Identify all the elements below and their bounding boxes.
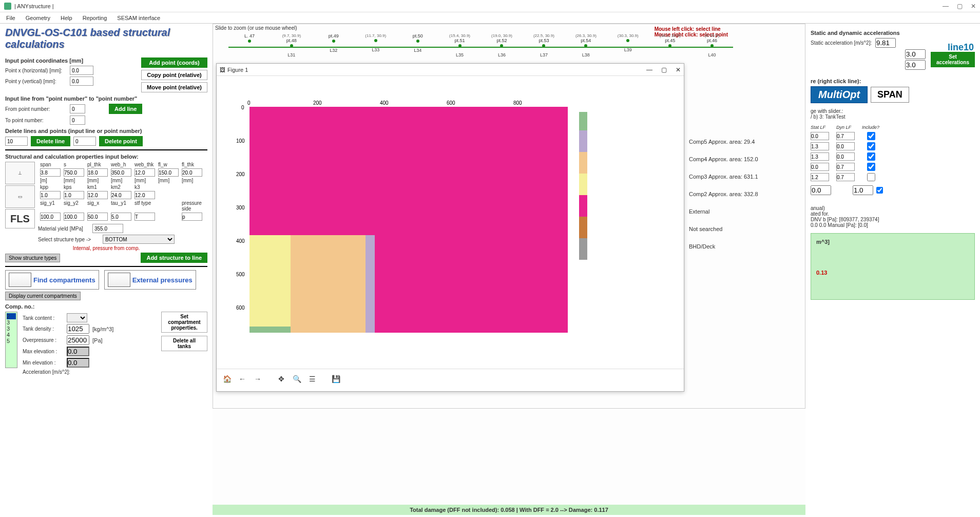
accel-label: Acceleration [m/s^2]: bbox=[23, 369, 84, 375]
dynlf-4[interactable] bbox=[836, 173, 855, 181]
delete-point-button[interactable]: Delete point bbox=[99, 136, 143, 146]
config-icon[interactable]: ☰ bbox=[306, 373, 318, 385]
k3-input[interactable] bbox=[134, 191, 155, 199]
include-1[interactable] bbox=[862, 142, 880, 150]
statlf-1[interactable] bbox=[811, 142, 829, 150]
show-struct-button[interactable]: Show structure types bbox=[5, 254, 60, 262]
sigy2-input[interactable] bbox=[64, 213, 84, 221]
statlf-0[interactable] bbox=[811, 132, 829, 140]
from-input[interactable] bbox=[70, 104, 85, 113]
add-struct-button[interactable]: Add structure to line bbox=[141, 253, 207, 263]
menu-geometry[interactable]: Geometry bbox=[22, 14, 54, 22]
include-3[interactable] bbox=[862, 163, 880, 171]
figure-maximize-button[interactable]: ▢ bbox=[661, 66, 667, 73]
menu-help[interactable]: Help bbox=[56, 14, 76, 22]
drawing-timeline[interactable]: L. 47 (9.7, 30.9)pt.48L31 pt.49L32 (11.7… bbox=[228, 33, 733, 54]
sigx-input[interactable] bbox=[87, 213, 108, 221]
include-4[interactable] bbox=[862, 173, 880, 181]
py-input[interactable] bbox=[70, 76, 93, 86]
back-icon[interactable]: ← bbox=[236, 373, 248, 385]
maximize-button[interactable]: ▢ bbox=[957, 3, 963, 10]
km2-input[interactable] bbox=[111, 191, 131, 199]
dyn-accel-2[interactable] bbox=[905, 60, 926, 70]
close-button[interactable]: ✕ bbox=[971, 3, 976, 10]
comp-item[interactable]: 2 bbox=[7, 313, 16, 319]
menu-sesam[interactable]: SESAM interface bbox=[113, 14, 164, 22]
menu-file[interactable]: File bbox=[2, 14, 20, 22]
comp-item[interactable]: 4 bbox=[7, 332, 16, 338]
webthk-input[interactable] bbox=[134, 168, 155, 177]
dynlf-2[interactable] bbox=[836, 152, 855, 161]
figure-icon: 🖼 bbox=[220, 67, 225, 73]
set-accel-button[interactable]: Set accelerations bbox=[931, 52, 975, 67]
comp-list[interactable]: 2 3 3 4 5 bbox=[5, 312, 17, 368]
delete-tanks-button[interactable]: Delete all tanks bbox=[161, 336, 207, 351]
dynlf-0[interactable] bbox=[836, 132, 855, 140]
include-0[interactable] bbox=[862, 132, 880, 140]
extra-stat[interactable] bbox=[811, 185, 831, 195]
statlf-2[interactable] bbox=[811, 152, 829, 161]
sigy1-input[interactable] bbox=[40, 213, 61, 221]
flw-input[interactable] bbox=[158, 168, 179, 177]
delete-line-button[interactable]: Delete line bbox=[31, 136, 70, 146]
overpressure-input[interactable] bbox=[67, 335, 89, 345]
flthk-input[interactable] bbox=[182, 168, 202, 177]
set-comp-props-button[interactable]: Set compartment properties. bbox=[161, 312, 207, 333]
kpp-input[interactable] bbox=[40, 191, 61, 199]
comp-item[interactable]: 3 bbox=[7, 325, 16, 332]
statlf-3[interactable] bbox=[811, 163, 829, 171]
zoom-icon[interactable]: 🔍 bbox=[291, 373, 303, 385]
multiopt-button[interactable]: MultiOpt bbox=[811, 86, 868, 103]
webh-input[interactable] bbox=[111, 168, 131, 177]
hdr-stftype: stf type bbox=[134, 200, 156, 212]
external-pressures-button[interactable]: External pressures bbox=[104, 270, 196, 290]
add-line-button[interactable]: Add line bbox=[109, 104, 142, 114]
extra-include[interactable] bbox=[876, 187, 883, 194]
add-point-button[interactable]: Add point (coords) bbox=[141, 58, 207, 68]
tank-density-input[interactable] bbox=[67, 324, 89, 334]
dynlf-1[interactable] bbox=[836, 142, 855, 150]
comp-item[interactable]: 5 bbox=[7, 338, 16, 344]
dyn-accel-1[interactable] bbox=[905, 49, 926, 59]
include-2[interactable] bbox=[862, 152, 880, 161]
compartment-plot[interactable]: 0 200 400 600 800 0 100 200 300 400 500 … bbox=[217, 76, 684, 369]
move-point-button[interactable]: Move point (relative) bbox=[141, 82, 207, 92]
struct-type-select[interactable]: BOTTOM bbox=[103, 235, 175, 244]
comp-item[interactable]: 3 bbox=[7, 319, 16, 325]
plthk-input[interactable] bbox=[87, 168, 108, 177]
stftype-input[interactable] bbox=[134, 213, 155, 221]
statlf-4[interactable] bbox=[811, 173, 829, 181]
py-label: Point y (vertical) [mm]: bbox=[5, 79, 67, 84]
tauy1-input[interactable] bbox=[111, 213, 131, 221]
section-icon-1: ⊥ bbox=[5, 162, 35, 184]
pan-icon[interactable]: ✥ bbox=[275, 373, 287, 385]
figure-close-button[interactable]: ✕ bbox=[676, 66, 681, 73]
extra-dyn[interactable] bbox=[853, 185, 873, 195]
static-accel-input[interactable] bbox=[875, 38, 896, 48]
dynlf-3[interactable] bbox=[836, 163, 855, 171]
legend-label: Not searched bbox=[689, 226, 722, 232]
figure-minimize-button[interactable]: — bbox=[646, 66, 652, 73]
tank-content-select[interactable] bbox=[67, 313, 87, 322]
pside-input[interactable] bbox=[182, 213, 202, 221]
to-input[interactable] bbox=[70, 116, 85, 125]
display-comp-button[interactable]: Display current compartments bbox=[5, 292, 81, 300]
km1-input[interactable] bbox=[87, 191, 108, 199]
save-icon[interactable]: 💾 bbox=[330, 373, 342, 385]
span-button[interactable]: SPAN bbox=[871, 87, 909, 103]
copy-point-button[interactable]: Copy point (relative) bbox=[141, 70, 207, 80]
line-input-label: Input line from "point number" to "point… bbox=[5, 95, 207, 102]
delete-line-input[interactable] bbox=[5, 137, 28, 146]
forward-icon[interactable]: → bbox=[252, 373, 264, 385]
find-compartments-button[interactable]: Find compartments bbox=[5, 270, 99, 290]
px-input[interactable] bbox=[70, 66, 93, 75]
span-input[interactable] bbox=[40, 168, 61, 177]
mat-yield-input[interactable] bbox=[92, 224, 123, 233]
kps-input[interactable] bbox=[64, 191, 84, 199]
s-input[interactable] bbox=[64, 168, 84, 177]
menu-reporting[interactable]: Reporting bbox=[79, 14, 111, 22]
home-icon[interactable]: 🏠 bbox=[221, 373, 233, 385]
u5: [mm] bbox=[134, 178, 156, 183]
delete-point-input[interactable] bbox=[73, 137, 96, 146]
minimize-button[interactable]: — bbox=[943, 3, 949, 10]
